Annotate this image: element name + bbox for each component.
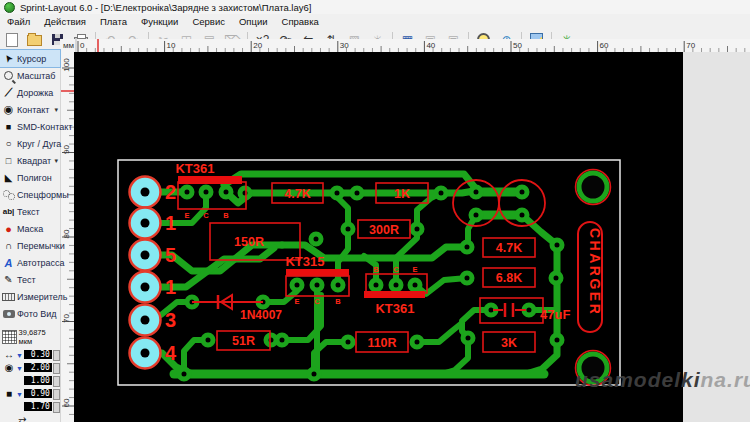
pad-size-icon: ◉ [2, 363, 16, 373]
tool-label: Квадрат [17, 156, 51, 166]
tool-label: Полигон [17, 173, 52, 183]
tool-label: Маска [17, 224, 43, 234]
tool-label: Контакт [17, 105, 49, 115]
circle-icon: ○ [2, 137, 15, 150]
menu-item-1[interactable]: Файл [0, 15, 37, 28]
open-button[interactable] [24, 30, 45, 50]
menu-item-5[interactable]: Сервис [185, 15, 232, 28]
tool-ruler[interactable]: Измеритель [0, 288, 60, 305]
track-width-spinner[interactable] [53, 350, 60, 361]
smd-height-value[interactable]: 1.70 [24, 402, 52, 411]
new-button[interactable] [1, 30, 22, 50]
menu-item-7[interactable]: Справка [275, 15, 326, 28]
text-icon: ab| [2, 205, 15, 218]
svg-text:1: 1 [165, 212, 176, 234]
gears-icon [2, 188, 15, 201]
tool-label: Масштаб [17, 71, 56, 81]
svg-text:4.7K: 4.7K [284, 187, 310, 201]
svg-text:KT361: KT361 [175, 161, 214, 176]
pad-inner-value[interactable]: 1.00 [24, 376, 52, 385]
svg-text:150R: 150R [234, 235, 264, 249]
tool-label: Спецформы [17, 190, 69, 200]
tool-auto[interactable]: AАвтотрасса [0, 254, 60, 271]
svg-text:3: 3 [165, 309, 176, 331]
pad-outer-value[interactable]: 2.00 [24, 363, 52, 372]
svg-text:4.7K: 4.7K [496, 241, 522, 255]
svg-text:70: 70 [686, 41, 695, 50]
smd-height-spinner[interactable] [53, 402, 60, 413]
svg-text:C: C [393, 265, 399, 274]
svg-text:90: 90 [62, 145, 71, 154]
track-width-control[interactable]: ↔ ▼ 0.30 [2, 350, 60, 361]
tool-pen[interactable]: ✎Тест [0, 271, 60, 288]
pad-outer-spinner[interactable] [53, 363, 60, 374]
svg-text:1N4007: 1N4007 [240, 308, 282, 322]
tool-pad[interactable]: ◉Контакт▾ [0, 101, 60, 118]
menu-item-4[interactable]: Функции [134, 15, 185, 28]
svg-text:4: 4 [165, 342, 177, 364]
svg-text:1K: 1K [394, 187, 410, 201]
menu-bar: ФайлДействияПлатаФункцииСервисОпцииСправ… [0, 14, 750, 30]
svg-text:70: 70 [62, 314, 71, 323]
zoom-icon [2, 69, 15, 82]
smd-size-icon: ■ [2, 389, 16, 399]
tool-camera[interactable]: Фото Вид [0, 305, 60, 322]
cursor-icon: ➤ [2, 52, 15, 65]
menu-item-6[interactable]: Опции [232, 15, 275, 28]
tool-square[interactable]: □Квадрат▾ [0, 152, 60, 169]
mask-icon: ● [2, 222, 15, 235]
track-width-dropdown-icon[interactable]: ▼ [16, 352, 23, 359]
pad-size-control[interactable]: ◉ ▼ 2.00 1.00 [2, 363, 60, 387]
chevron-down-icon[interactable]: ▾ [54, 157, 58, 165]
svg-text:6.8K: 6.8K [496, 271, 522, 285]
pad-size-dropdown-icon[interactable]: ▼ [16, 365, 23, 372]
tool-jumper[interactable]: ∩Перемычки [0, 237, 60, 254]
svg-text:KT361: KT361 [375, 301, 414, 316]
svg-text:10: 10 [167, 41, 176, 50]
track-width-value[interactable]: 0.30 [24, 350, 52, 359]
tool-label: Круг / Дуга [17, 139, 61, 149]
tool-label: Фото Вид [17, 309, 56, 319]
svg-text:5: 5 [165, 244, 176, 266]
smd-size-dropdown-icon[interactable]: ▼ [16, 391, 23, 398]
jumper-icon: ∩ [2, 239, 15, 252]
smd-width-spinner[interactable] [53, 389, 60, 400]
tool-zoom[interactable]: Масштаб [0, 67, 60, 84]
menu-item-2[interactable]: Действия [37, 15, 93, 28]
pcb-canvas[interactable]: 2151344.7K1K300R150R4.7K6.8K3K110R51RCHA… [74, 52, 683, 422]
vertical-ruler: 10090807060 [60, 52, 75, 422]
menu-item-3[interactable]: Плата [93, 15, 134, 28]
tool-cursor[interactable]: ➤Курсор [0, 50, 60, 67]
swap-dimensions-icon[interactable]: ⇄ [18, 415, 60, 422]
grid-value: 39,6875 мкм [19, 328, 60, 346]
tool-smd[interactable]: ■SMD-Контакт [0, 118, 60, 135]
tool-text[interactable]: ab|Текст [0, 203, 60, 220]
svg-text:60: 60 [600, 41, 609, 50]
smd-size-control[interactable]: ■ ▼ 0.90 1.70 [2, 389, 60, 413]
chevron-down-icon[interactable]: ▾ [54, 106, 58, 114]
tool-label: Дорожка [17, 88, 53, 98]
svg-text:20: 20 [253, 41, 262, 50]
horizontal-ruler: мм010203040506070 [60, 39, 750, 53]
app-icon [4, 2, 15, 13]
grid-setting[interactable]: 39,6875 мкм [2, 328, 60, 346]
window-title: Sprint-Layout 6.0 - [D:\Електроніка\Заря… [20, 2, 311, 13]
polygon-icon: ◣ [2, 171, 15, 184]
svg-text:C: C [314, 297, 320, 306]
svg-text:E: E [184, 211, 189, 220]
svg-text:мм: мм [63, 41, 74, 50]
svg-text:110R: 110R [367, 336, 396, 350]
tool-mask[interactable]: ●Маска [0, 220, 60, 237]
tool-track[interactable]: ⟋Дорожка [0, 84, 60, 101]
tool-polygon[interactable]: ◣Полигон [0, 169, 60, 186]
tool-gears[interactable]: Спецформы [0, 186, 60, 203]
svg-text:KT315: KT315 [285, 254, 324, 269]
tool-label: Перемычки [17, 241, 65, 251]
tool-label: Измеритель [17, 292, 68, 302]
tool-circle[interactable]: ○Круг / Дуга [0, 135, 60, 152]
smd-width-value[interactable]: 0.90 [24, 389, 52, 398]
track-icon: ⟋ [2, 86, 15, 99]
pad-inner-spinner[interactable] [53, 376, 60, 387]
svg-text:300R: 300R [369, 223, 399, 237]
pad-icon: ◉ [2, 103, 15, 116]
